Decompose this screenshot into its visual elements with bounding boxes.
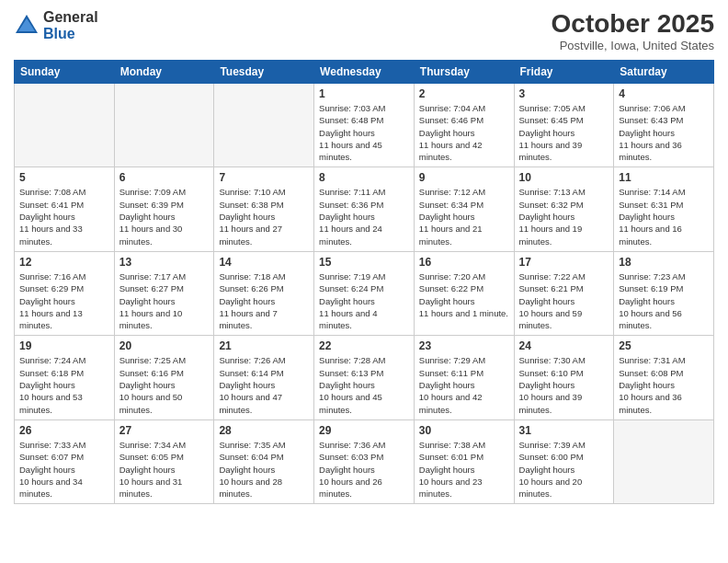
day-info: Sunrise: 7:36 AMSunset: 6:03 PMDaylight …	[319, 439, 409, 500]
col-tuesday: Tuesday	[214, 61, 314, 84]
day-number: 4	[619, 87, 709, 100]
day-info: Sunrise: 7:24 AMSunset: 6:18 PMDaylight …	[19, 354, 109, 415]
table-row: 19Sunrise: 7:24 AMSunset: 6:18 PMDayligh…	[15, 336, 115, 419]
table-row: 14Sunrise: 7:18 AMSunset: 6:26 PMDayligh…	[214, 251, 314, 335]
month-title: October 2025	[552, 9, 714, 39]
col-thursday: Thursday	[414, 61, 514, 84]
day-info: Sunrise: 7:38 AMSunset: 6:01 PMDaylight …	[419, 439, 509, 500]
table-row: 5Sunrise: 7:08 AMSunset: 6:41 PMDaylight…	[15, 167, 115, 251]
table-row: 22Sunrise: 7:28 AMSunset: 6:13 PMDayligh…	[314, 336, 415, 419]
day-number: 9	[419, 171, 509, 184]
table-row	[614, 419, 714, 503]
table-row: 12Sunrise: 7:16 AMSunset: 6:29 PMDayligh…	[15, 251, 115, 335]
day-info: Sunrise: 7:30 AMSunset: 6:10 PMDaylight …	[519, 354, 609, 415]
day-number: 22	[319, 339, 409, 352]
day-number: 21	[219, 339, 309, 352]
day-number: 8	[319, 171, 409, 184]
table-row: 25Sunrise: 7:31 AMSunset: 6:08 PMDayligh…	[614, 336, 714, 419]
day-info: Sunrise: 7:29 AMSunset: 6:11 PMDaylight …	[419, 354, 509, 415]
day-number: 25	[619, 339, 709, 352]
day-number: 18	[619, 256, 709, 269]
day-number: 14	[219, 256, 309, 269]
day-info: Sunrise: 7:23 AMSunset: 6:19 PMDaylight …	[619, 270, 709, 331]
title-area: October 2025 Postville, Iowa, United Sta…	[552, 9, 714, 52]
calendar-week-row: 12Sunrise: 7:16 AMSunset: 6:29 PMDayligh…	[15, 251, 714, 335]
table-row: 27Sunrise: 7:34 AMSunset: 6:05 PMDayligh…	[114, 419, 214, 503]
day-number: 2	[419, 87, 509, 100]
table-row: 31Sunrise: 7:39 AMSunset: 6:00 PMDayligh…	[514, 419, 614, 503]
day-info: Sunrise: 7:08 AMSunset: 6:41 PMDaylight …	[19, 186, 109, 247]
col-friday: Friday	[514, 61, 614, 84]
day-info: Sunrise: 7:26 AMSunset: 6:14 PMDaylight …	[219, 354, 309, 415]
table-row	[114, 84, 214, 167]
day-number: 27	[119, 424, 210, 437]
day-info: Sunrise: 7:13 AMSunset: 6:32 PMDaylight …	[519, 186, 609, 247]
table-row: 6Sunrise: 7:09 AMSunset: 6:39 PMDaylight…	[114, 167, 214, 251]
table-row: 4Sunrise: 7:06 AMSunset: 6:43 PMDaylight…	[614, 84, 714, 167]
day-number: 12	[19, 256, 109, 269]
day-info: Sunrise: 7:09 AMSunset: 6:39 PMDaylight …	[119, 186, 210, 247]
table-row: 18Sunrise: 7:23 AMSunset: 6:19 PMDayligh…	[614, 251, 714, 335]
day-number: 23	[419, 339, 509, 352]
day-number: 5	[19, 171, 109, 184]
table-row: 23Sunrise: 7:29 AMSunset: 6:11 PMDayligh…	[414, 336, 514, 419]
day-info: Sunrise: 7:20 AMSunset: 6:22 PMDaylight …	[419, 270, 509, 319]
table-row: 9Sunrise: 7:12 AMSunset: 6:34 PMDaylight…	[414, 167, 514, 251]
day-info: Sunrise: 7:04 AMSunset: 6:46 PMDaylight …	[419, 102, 509, 163]
location: Postville, Iowa, United States	[552, 39, 714, 52]
table-row: 20Sunrise: 7:25 AMSunset: 6:16 PMDayligh…	[114, 336, 214, 419]
day-info: Sunrise: 7:19 AMSunset: 6:24 PMDaylight …	[319, 270, 409, 331]
table-row: 11Sunrise: 7:14 AMSunset: 6:31 PMDayligh…	[614, 167, 714, 251]
day-info: Sunrise: 7:03 AMSunset: 6:48 PMDaylight …	[319, 102, 409, 163]
day-number: 19	[19, 339, 109, 352]
day-info: Sunrise: 7:17 AMSunset: 6:27 PMDaylight …	[119, 270, 210, 331]
day-info: Sunrise: 7:33 AMSunset: 6:07 PMDaylight …	[19, 439, 109, 500]
calendar-week-row: 1Sunrise: 7:03 AMSunset: 6:48 PMDaylight…	[15, 84, 714, 167]
day-number: 3	[519, 87, 609, 100]
day-number: 24	[519, 339, 609, 352]
day-info: Sunrise: 7:39 AMSunset: 6:00 PMDaylight …	[519, 439, 609, 500]
table-row	[15, 84, 115, 167]
logo: General Blue	[14, 9, 98, 41]
calendar-table: Sunday Monday Tuesday Wednesday Thursday…	[14, 60, 714, 504]
day-number: 30	[419, 424, 509, 437]
logo-general-text: General	[43, 9, 98, 26]
calendar-week-row: 26Sunrise: 7:33 AMSunset: 6:07 PMDayligh…	[15, 419, 714, 503]
day-info: Sunrise: 7:14 AMSunset: 6:31 PMDaylight …	[619, 186, 709, 247]
day-number: 13	[119, 256, 210, 269]
day-number: 26	[19, 424, 109, 437]
table-row: 30Sunrise: 7:38 AMSunset: 6:01 PMDayligh…	[414, 419, 514, 503]
table-row: 15Sunrise: 7:19 AMSunset: 6:24 PMDayligh…	[314, 251, 415, 335]
day-number: 29	[319, 424, 409, 437]
day-info: Sunrise: 7:10 AMSunset: 6:38 PMDaylight …	[219, 186, 309, 247]
day-info: Sunrise: 7:12 AMSunset: 6:34 PMDaylight …	[419, 186, 509, 247]
table-row: 26Sunrise: 7:33 AMSunset: 6:07 PMDayligh…	[15, 419, 115, 503]
table-row: 28Sunrise: 7:35 AMSunset: 6:04 PMDayligh…	[214, 419, 314, 503]
day-info: Sunrise: 7:06 AMSunset: 6:43 PMDaylight …	[619, 102, 709, 163]
day-number: 16	[419, 256, 509, 269]
header: General Blue October 2025 Postville, Iow…	[14, 9, 714, 52]
table-row: 16Sunrise: 7:20 AMSunset: 6:22 PMDayligh…	[414, 251, 514, 335]
table-row: 29Sunrise: 7:36 AMSunset: 6:03 PMDayligh…	[314, 419, 415, 503]
table-row: 3Sunrise: 7:05 AMSunset: 6:45 PMDaylight…	[514, 84, 614, 167]
day-number: 1	[319, 87, 409, 100]
day-info: Sunrise: 7:22 AMSunset: 6:21 PMDaylight …	[519, 270, 609, 331]
col-wednesday: Wednesday	[314, 61, 415, 84]
table-row: 17Sunrise: 7:22 AMSunset: 6:21 PMDayligh…	[514, 251, 614, 335]
calendar-week-row: 5Sunrise: 7:08 AMSunset: 6:41 PMDaylight…	[15, 167, 714, 251]
col-saturday: Saturday	[614, 61, 714, 84]
table-row: 1Sunrise: 7:03 AMSunset: 6:48 PMDaylight…	[314, 84, 415, 167]
table-row: 24Sunrise: 7:30 AMSunset: 6:10 PMDayligh…	[514, 336, 614, 419]
day-info: Sunrise: 7:18 AMSunset: 6:26 PMDaylight …	[219, 270, 309, 331]
day-number: 7	[219, 171, 309, 184]
table-row: 10Sunrise: 7:13 AMSunset: 6:32 PMDayligh…	[514, 167, 614, 251]
day-info: Sunrise: 7:35 AMSunset: 6:04 PMDaylight …	[219, 439, 309, 500]
day-info: Sunrise: 7:25 AMSunset: 6:16 PMDaylight …	[119, 354, 210, 415]
table-row: 2Sunrise: 7:04 AMSunset: 6:46 PMDaylight…	[414, 84, 514, 167]
col-monday: Monday	[114, 61, 214, 84]
day-info: Sunrise: 7:31 AMSunset: 6:08 PMDaylight …	[619, 354, 709, 415]
calendar-header-row: Sunday Monday Tuesday Wednesday Thursday…	[15, 61, 714, 84]
logo-text: General Blue	[43, 9, 98, 41]
table-row: 7Sunrise: 7:10 AMSunset: 6:38 PMDaylight…	[214, 167, 314, 251]
day-number: 6	[119, 171, 210, 184]
